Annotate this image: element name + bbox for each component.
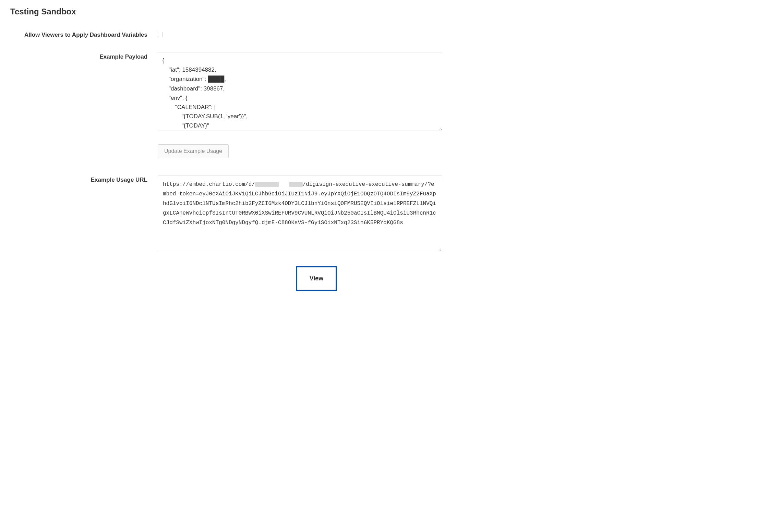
example-payload-label: Example Payload <box>10 52 158 60</box>
example-usage-url-field[interactable]: https://embed.chartio.com/d/ /digisign-e… <box>158 175 442 252</box>
example-payload-textarea[interactable] <box>158 52 442 131</box>
usage-url-suffix: /digisign-executive-executive-summary/?e… <box>163 181 436 226</box>
redacted-segment <box>255 182 279 187</box>
example-usage-url-row: Example Usage URL https://embed.chartio.… <box>10 175 760 252</box>
update-example-usage-row: Update Example Usage <box>10 146 760 158</box>
example-usage-url-label: Example Usage URL <box>10 175 158 183</box>
update-example-usage-button[interactable]: Update Example Usage <box>158 144 229 158</box>
section-title: Testing Sandbox <box>10 7 760 16</box>
example-payload-row: Example Payload <box>10 52 760 132</box>
view-button[interactable]: View <box>296 266 337 291</box>
allow-viewers-checkbox[interactable] <box>158 32 163 37</box>
usage-url-prefix: https://embed.chartio.com/d/ <box>163 181 255 188</box>
redacted-segment <box>289 182 303 187</box>
allow-viewers-row: Allow Viewers to Apply Dashboard Variabl… <box>10 30 760 38</box>
allow-viewers-label: Allow Viewers to Apply Dashboard Variabl… <box>10 30 158 38</box>
